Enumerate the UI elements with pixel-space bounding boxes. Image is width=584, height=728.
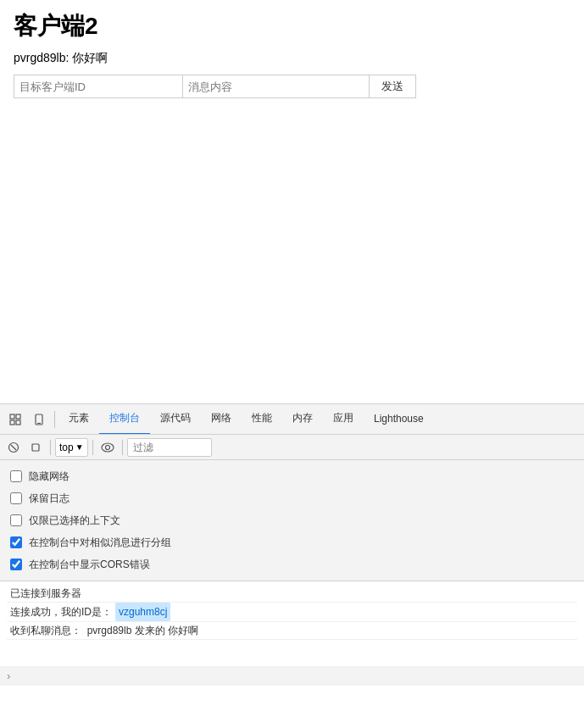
console-line-2-prefix: 连接成功，我的ID是：: [10, 603, 112, 620]
tab-separator-1: [54, 411, 55, 428]
tab-elements[interactable]: 元素: [58, 404, 99, 435]
settings-preserve-log: 保留日志: [10, 487, 574, 509]
top-context-selector[interactable]: top ▼: [55, 438, 88, 457]
filter-input[interactable]: [127, 438, 212, 457]
svg-rect-1: [16, 414, 20, 419]
console-line-3: 收到私聊消息： pvrgd89lb 发来的 你好啊: [7, 622, 577, 640]
tab-performance[interactable]: 性能: [242, 404, 282, 435]
devtools-container: 元素 控制台 源代码 网络 性能 内存 应用 Lighthouse: [0, 403, 584, 686]
selected-context-checkbox[interactable]: [10, 514, 22, 526]
eye-button[interactable]: [97, 437, 118, 458]
preserve-log-checkbox[interactable]: [10, 492, 22, 504]
prompt-icon: ›: [7, 670, 10, 682]
inspect-icon-button[interactable]: [3, 408, 27, 431]
console-input[interactable]: [14, 670, 577, 682]
console-line-2: 连接成功，我的ID是： vzguhm8cj: [7, 603, 577, 622]
settings-selected-context: 仅限已选择的上下文: [10, 509, 574, 531]
toolbar-sep-2: [92, 440, 93, 455]
settings-hide-network: 隐藏网络: [10, 465, 574, 487]
console-line-3-text: 收到私聊消息： pvrgd89lb 发来的 你好啊: [10, 622, 198, 639]
toolbar-sep-1: [50, 440, 51, 455]
group-similar-checkbox[interactable]: [10, 536, 22, 548]
settings-panel: 隐藏网络 保留日志 仅限已选择的上下文 在控制台中对相似消息进行分组 在控制台中…: [0, 460, 584, 581]
main-content: 客户端2 pvrgd89lb: 你好啊 发送: [0, 0, 584, 115]
page-title: 客户端2: [14, 10, 570, 42]
settings-show-cors: 在控制台中显示CORS错误: [10, 553, 574, 575]
client-id-label: pvrgd89lb:: [14, 51, 69, 64]
settings-group-similar: 在控制台中对相似消息进行分组: [10, 531, 574, 553]
message-row: 发送: [14, 75, 570, 98]
console-toolbar: top ▼: [0, 435, 584, 460]
svg-rect-3: [16, 420, 20, 425]
console-line-1: 已连接到服务器: [7, 585, 577, 603]
tab-sources[interactable]: 源代码: [150, 404, 201, 435]
svg-point-10: [105, 445, 109, 449]
client-id-line: pvrgd89lb: 你好啊: [14, 51, 570, 66]
device-icon-button[interactable]: [27, 408, 51, 431]
tab-memory[interactable]: 内存: [282, 404, 323, 435]
hide-network-checkbox[interactable]: [10, 470, 22, 482]
tab-console[interactable]: 控制台: [99, 404, 150, 435]
target-id-input[interactable]: [14, 75, 183, 98]
console-output: 已连接到服务器 连接成功，我的ID是： vzguhm8cj 收到私聊消息： pv…: [0, 581, 584, 666]
content-spacer: [0, 115, 584, 403]
group-similar-label[interactable]: 在控制台中对相似消息进行分组: [29, 536, 171, 550]
send-button[interactable]: 发送: [370, 75, 416, 98]
clear-console-button[interactable]: [3, 437, 24, 458]
console-id-badge: vzguhm8cj: [115, 603, 170, 621]
svg-rect-2: [10, 420, 14, 425]
client-id-value: 你好啊: [72, 51, 108, 64]
console-prompt[interactable]: ›: [0, 666, 584, 686]
toolbar-sep-3: [122, 440, 123, 455]
svg-rect-0: [10, 414, 14, 419]
svg-rect-8: [32, 444, 39, 451]
tab-lighthouse[interactable]: Lighthouse: [364, 404, 434, 435]
stop-button[interactable]: [25, 437, 46, 458]
tab-application[interactable]: 应用: [323, 404, 364, 435]
svg-point-9: [102, 443, 114, 452]
svg-line-7: [11, 445, 16, 450]
hide-network-label[interactable]: 隐藏网络: [29, 470, 70, 484]
console-line-1-text: 已连接到服务器: [10, 585, 81, 602]
selected-context-label[interactable]: 仅限已选择的上下文: [29, 514, 120, 528]
show-cors-checkbox[interactable]: [10, 559, 22, 570]
tab-network[interactable]: 网络: [201, 404, 242, 435]
preserve-log-label[interactable]: 保留日志: [29, 492, 70, 506]
devtools-tab-bar: 元素 控制台 源代码 网络 性能 内存 应用 Lighthouse: [0, 404, 584, 435]
show-cors-label[interactable]: 在控制台中显示CORS错误: [29, 558, 150, 572]
message-input[interactable]: [183, 75, 370, 98]
